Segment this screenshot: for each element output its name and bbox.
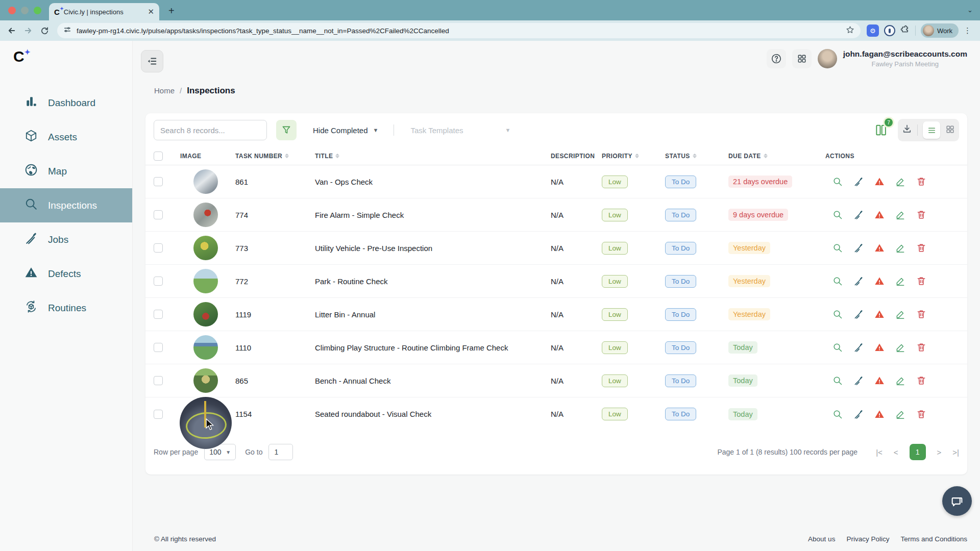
raise-defect-button[interactable]: [874, 177, 885, 187]
column-header-title[interactable]: TITLE: [311, 153, 551, 160]
download-button[interactable]: [902, 124, 912, 136]
view-search-button[interactable]: [832, 276, 843, 286]
delete-trash-button[interactable]: [916, 309, 926, 319]
first-page-button[interactable]: |<: [876, 448, 883, 457]
raise-defect-button[interactable]: [874, 210, 885, 220]
select-all-checkbox[interactable]: [154, 152, 163, 161]
view-search-button[interactable]: [832, 309, 843, 319]
about-us-link[interactable]: About us: [808, 535, 835, 543]
delete-trash-button[interactable]: [916, 243, 926, 253]
view-search-button[interactable]: [832, 177, 843, 187]
close-window-button[interactable]: [8, 7, 16, 14]
table-row[interactable]: 772 Park - Routine Check N/A Low To Do Y…: [145, 265, 967, 298]
delete-trash-button[interactable]: [916, 409, 926, 419]
civicly-logo[interactable]: C✦: [13, 48, 30, 65]
next-page-button[interactable]: >: [937, 448, 942, 457]
sidebar-collapse-button[interactable]: [141, 50, 163, 72]
assign-tool-button[interactable]: [853, 177, 864, 187]
onepassword-extension-icon[interactable]: [884, 25, 895, 36]
table-row[interactable]: 1119 Litter Bin - Annual N/A Low To Do Y…: [145, 298, 967, 331]
raise-defect-button[interactable]: [874, 309, 885, 319]
edit-pencil-button[interactable]: [895, 243, 905, 253]
extensions-puzzle-icon[interactable]: [900, 25, 910, 37]
edit-pencil-button[interactable]: [895, 342, 905, 353]
row-image-thumbnail[interactable]: [193, 335, 218, 360]
new-tab-button[interactable]: +: [168, 5, 175, 17]
assign-tool-button[interactable]: [853, 243, 864, 253]
raise-defect-button[interactable]: [874, 243, 885, 253]
delete-trash-button[interactable]: [916, 177, 926, 187]
sort-icon[interactable]: [693, 154, 697, 158]
tab-close-icon[interactable]: ✕: [148, 7, 154, 16]
assign-tool-button[interactable]: [853, 409, 864, 419]
view-search-button[interactable]: [832, 342, 843, 353]
edit-pencil-button[interactable]: [895, 309, 905, 319]
delete-trash-button[interactable]: [916, 276, 926, 286]
edit-pencil-button[interactable]: [895, 276, 905, 286]
extension-gear-icon[interactable]: ⚙: [867, 24, 879, 37]
minimize-window-button[interactable]: [21, 7, 29, 14]
delete-trash-button[interactable]: [916, 342, 926, 353]
bookmark-star-icon[interactable]: [846, 26, 854, 36]
sidebar-item-defects[interactable]: Defects: [0, 257, 132, 291]
forward-button[interactable]: [21, 24, 35, 37]
last-page-button[interactable]: >|: [952, 448, 959, 457]
site-controls-icon[interactable]: [63, 26, 71, 36]
browser-menu-icon[interactable]: ⋮: [964, 26, 972, 35]
sort-icon[interactable]: [764, 154, 768, 158]
sidebar-item-jobs[interactable]: Jobs: [0, 222, 132, 257]
sidebar-item-inspections[interactable]: Inspections: [0, 188, 132, 222]
row-checkbox[interactable]: [154, 210, 163, 219]
search-box[interactable]: [154, 120, 267, 140]
assign-tool-button[interactable]: [853, 276, 864, 286]
help-icon[interactable]: [767, 49, 786, 68]
assign-tool-button[interactable]: [853, 210, 864, 220]
table-row[interactable]: 1154 Seated roundabout - Visual Check N/…: [145, 397, 967, 431]
row-checkbox[interactable]: [154, 410, 163, 419]
row-image-thumbnail[interactable]: [193, 236, 218, 260]
reload-button[interactable]: [38, 24, 51, 37]
view-search-button[interactable]: [832, 375, 843, 386]
view-search-button[interactable]: [832, 409, 843, 419]
table-row[interactable]: 1110 Climbing Play Structure - Routine C…: [145, 331, 967, 364]
assign-tool-button[interactable]: [853, 309, 864, 319]
terms-link[interactable]: Terms and Conditions: [900, 535, 967, 543]
sidebar-item-assets[interactable]: Assets: [0, 120, 132, 154]
sidebar-item-map[interactable]: Map: [0, 154, 132, 188]
list-view-button[interactable]: [923, 121, 940, 139]
zoom-window-button[interactable]: [34, 7, 41, 14]
table-row[interactable]: 865 Bench - Annual Check N/A Low To Do T…: [145, 364, 967, 397]
apps-grid-icon[interactable]: [792, 49, 812, 68]
window-controls[interactable]: [8, 7, 41, 14]
user-avatar[interactable]: [818, 49, 837, 68]
browser-tab[interactable]: C✦ Civic.ly | inspections ✕: [49, 3, 159, 20]
table-row[interactable]: 773 Utility Vehicle - Pre-Use Inspection…: [145, 232, 967, 265]
column-header-task-number[interactable]: TASK NUMBER: [225, 153, 311, 160]
grid-view-button[interactable]: [945, 124, 955, 136]
filter-button[interactable]: [276, 120, 297, 140]
table-row[interactable]: 774 Fire Alarm - Simple Check N/A Low To…: [145, 198, 967, 232]
tab-search-chevron-icon[interactable]: ⌄: [967, 6, 973, 14]
raise-defect-button[interactable]: [874, 276, 885, 286]
raise-defect-button[interactable]: [874, 409, 885, 419]
search-input[interactable]: [160, 126, 262, 135]
row-checkbox[interactable]: [154, 177, 163, 186]
back-button[interactable]: [5, 24, 18, 37]
row-image-thumbnail[interactable]: [193, 368, 218, 393]
task-templates-dropdown[interactable]: Task Templates ▼: [410, 126, 510, 135]
assign-tool-button[interactable]: [853, 342, 864, 353]
view-search-button[interactable]: [832, 243, 843, 253]
row-checkbox[interactable]: [154, 376, 163, 385]
sidebar-item-routines[interactable]: Routines: [0, 291, 132, 325]
breadcrumb-home-link[interactable]: Home: [154, 86, 175, 95]
browser-profile-button[interactable]: Work: [921, 23, 959, 38]
sort-icon[interactable]: [335, 154, 339, 158]
row-image-thumbnail[interactable]: [193, 169, 218, 194]
user-email[interactable]: john.fagan@scribeaccounts.com: [843, 49, 967, 60]
privacy-policy-link[interactable]: Privacy Policy: [846, 535, 889, 543]
edit-pencil-button[interactable]: [895, 177, 905, 187]
row-image-thumbnail[interactable]: [193, 302, 218, 327]
column-header-priority[interactable]: PRIORITY: [602, 153, 665, 160]
url-bar[interactable]: fawley-pm-rg14.civic.ly/pulse/apps/tasks…: [57, 23, 861, 38]
view-search-button[interactable]: [832, 210, 843, 220]
